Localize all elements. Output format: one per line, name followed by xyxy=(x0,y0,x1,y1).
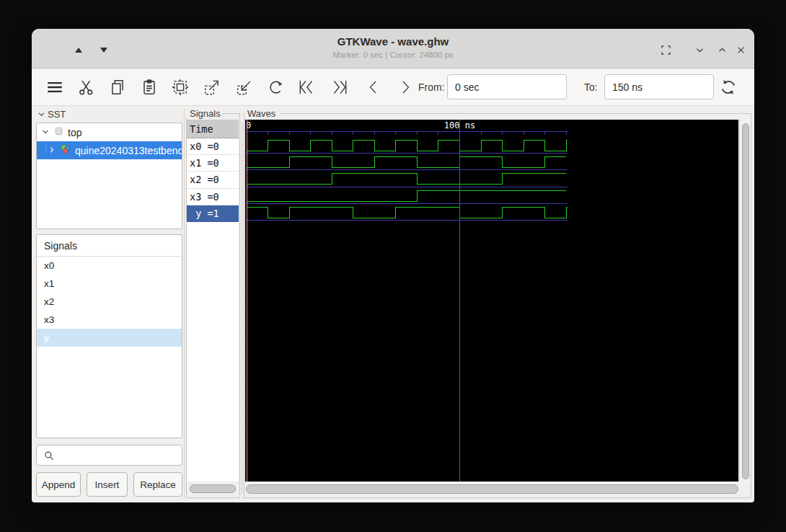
gtkwave-window: GTKWave - wave.ghw Marker: 0 sec | Curso… xyxy=(32,29,754,502)
tree-node-label: quine20240313testbench xyxy=(75,145,182,156)
toolbar: From: To: xyxy=(32,69,754,106)
waves-vscrollbar-thumb[interactable] xyxy=(742,123,749,479)
sst-section-header[interactable]: SST xyxy=(37,108,66,120)
chevron-down-icon xyxy=(37,110,45,118)
left-paned-separator[interactable] xyxy=(184,108,185,497)
time-header[interactable]: Time xyxy=(187,120,239,138)
titlebar[interactable]: GTKWave - wave.ghw Marker: 0 sec | Curso… xyxy=(32,29,754,68)
menu-icon[interactable] xyxy=(43,77,67,97)
wave-name-row-y[interactable]: y =1 xyxy=(187,205,239,222)
wave-trace-x0 xyxy=(247,141,568,151)
facility-panel: Signals x0x1x2x3y xyxy=(36,234,182,438)
skip-to-end-icon[interactable] xyxy=(329,77,350,97)
wave-trace-x3 xyxy=(247,190,566,201)
window-title: GTKWave - wave.ghw xyxy=(32,35,754,48)
insert-button[interactable]: Insert xyxy=(87,472,128,497)
wave-name-row-x0[interactable]: x0 =0 xyxy=(187,138,239,155)
waves-vscrollbar[interactable] xyxy=(739,120,751,482)
paste-icon[interactable] xyxy=(139,77,159,97)
waves-paned-handle[interactable] xyxy=(242,123,242,494)
tree-guide xyxy=(45,143,46,152)
wave-name-row-x2[interactable]: x2 =0 xyxy=(187,172,239,188)
reload-icon[interactable] xyxy=(718,77,738,97)
sst-label: SST xyxy=(48,109,66,120)
next-edge-icon[interactable] xyxy=(397,77,414,97)
signal-search-box[interactable] xyxy=(36,445,182,466)
wave-trace-x1 xyxy=(247,157,566,168)
wave-name-list[interactable]: Timex0 =0x1 =0x2 =0x3 =0 y =1 xyxy=(187,120,239,482)
name-list-hscrollbar[interactable] xyxy=(190,484,236,493)
skip-to-start-icon[interactable] xyxy=(296,77,317,97)
replace-button[interactable]: Replace xyxy=(133,472,182,497)
marker-cursor-status: Marker: 0 sec | Cursor: 24800 ps xyxy=(32,50,754,59)
previous-edge-icon[interactable] xyxy=(365,77,382,97)
from-input[interactable] xyxy=(447,74,567,99)
sst-tree[interactable]: topquine20240313testbench xyxy=(36,123,182,229)
zoom-out-icon[interactable] xyxy=(234,77,255,97)
zoom-fit-icon[interactable] xyxy=(170,77,190,97)
close-icon[interactable] xyxy=(733,42,749,58)
waves-frame-label: Waves xyxy=(246,108,277,119)
facility-item-x0[interactable]: x0 xyxy=(37,257,182,275)
zoom-in-icon[interactable] xyxy=(202,77,222,97)
facility-item-x2[interactable]: x2 xyxy=(37,293,182,311)
sst-node-quine20240313testbench[interactable]: quine20240313testbench xyxy=(37,141,182,159)
append-button[interactable]: Append xyxy=(36,472,81,497)
facility-item-y[interactable]: y xyxy=(37,329,182,347)
facility-item-x3[interactable]: x3 xyxy=(37,311,182,329)
to-input[interactable] xyxy=(604,74,714,99)
database-icon xyxy=(53,126,64,139)
wave-canvas[interactable]: 0100 ns xyxy=(245,120,738,482)
search-icon xyxy=(43,449,56,462)
minimize-icon[interactable] xyxy=(692,42,707,58)
waves-hscrollbar-thumb[interactable] xyxy=(246,484,738,494)
undo-icon[interactable] xyxy=(266,77,286,97)
tree-node-label: top xyxy=(68,127,81,138)
wave-trace-x2 xyxy=(247,174,566,185)
to-label: To: xyxy=(584,81,598,93)
expander-icon[interactable] xyxy=(41,127,50,138)
module-icon xyxy=(60,143,71,157)
expander-icon[interactable] xyxy=(48,145,56,156)
sst-node-top[interactable]: top xyxy=(37,123,182,141)
copy-icon[interactable] xyxy=(107,77,128,97)
fit-window-icon[interactable] xyxy=(658,42,674,58)
facility-item-x1[interactable]: x1 xyxy=(37,275,182,293)
wave-names-frame-label: Signals xyxy=(188,108,222,119)
from-label: From: xyxy=(418,81,445,93)
wave-name-row-x1[interactable]: x1 =0 xyxy=(187,155,239,172)
maximize-icon[interactable] xyxy=(714,42,730,58)
cut-icon[interactable] xyxy=(76,77,97,97)
wave-trace-y xyxy=(247,207,568,218)
facility-panel-title: Signals xyxy=(37,235,182,257)
wave-name-row-x3[interactable]: x3 =0 xyxy=(187,189,239,205)
